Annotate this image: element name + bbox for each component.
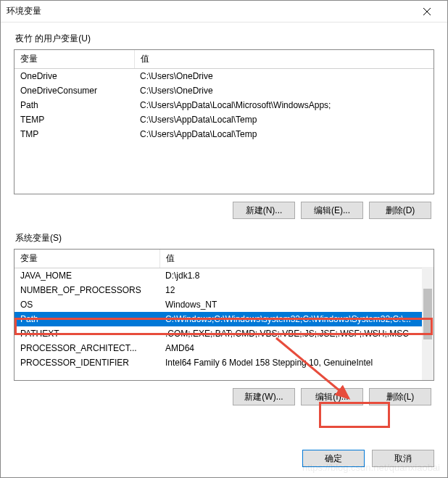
titlebar: 环境变量 [1,1,447,22]
table-row[interactable]: OSWindows_NT [14,297,434,312]
table-row[interactable]: PROCESSOR_IDENTIFIERIntel64 Family 6 Mod… [14,355,434,370]
table-row[interactable]: TEMPC:\Users\AppData\Local\Temp [14,112,434,127]
user-new-button[interactable]: 新建(N)... [233,202,295,219]
env-vars-dialog: 环境变量 夜竹 的用户变量(U) 变量 值 OneDriveC:\Users\O… [0,0,448,478]
cell-name: NUMBER_OF_PROCESSORS [14,283,159,297]
dialog-content: 夜竹 的用户变量(U) 变量 值 OneDriveC:\Users\OneDri… [1,22,447,429]
user-delete-button[interactable]: 删除(D) [369,202,431,219]
user-col-value[interactable]: 值 [134,50,434,69]
system-vars-section: 系统变量(S) 变量 值 JAVA_HOMED:\jdk1.8NUMBER_OF… [14,232,434,405]
cell-name: PROCESSOR_ARCHITECT... [14,341,159,355]
window-title: 环境变量 [7,5,412,17]
table-row[interactable]: PathC:\Users\AppData\Local\Microsoft\Win… [14,98,434,112]
user-vars-label: 夜竹 的用户变量(U) [14,33,434,45]
cell-name: TEMP [14,112,134,127]
table-row[interactable]: TMPC:\Users\AppData\Local\Temp [14,127,434,141]
close-button[interactable] [412,1,441,22]
dialog-buttons: 确定 取消 [302,450,434,467]
cell-name: Path [14,312,159,326]
cancel-button[interactable]: 取消 [372,450,434,467]
user-col-name[interactable]: 变量 [14,50,134,69]
sys-col-name[interactable]: 变量 [14,250,159,268]
cell-value: D:\jdk1.8 [159,268,434,284]
cell-name: Path [14,98,134,112]
table-row[interactable]: PATHEXT.COM;.EXE;.BAT;.CMD;.VBS;.VBE;.JS… [14,326,434,341]
user-vars-buttons: 新建(N)... 编辑(E)... 删除(D) [14,202,434,219]
cell-value: .COM;.EXE;.BAT;.CMD;.VBS;.VBE;.JS;.JSE;.… [159,326,434,341]
cell-value: C:\Users\OneDrive [134,83,434,98]
ok-button[interactable]: 确定 [302,450,365,467]
cell-value: C:\Users\AppData\Local\Temp [134,127,434,141]
system-vars-table[interactable]: 变量 值 JAVA_HOMED:\jdk1.8NUMBER_OF_PROCESS… [14,250,434,370]
cell-value: AMD64 [159,341,434,355]
cell-value: 12 [159,283,434,297]
sys-scrollbar[interactable] [422,267,434,380]
sys-col-value[interactable]: 值 [159,250,434,268]
cell-name: OneDrive [14,69,134,84]
table-row[interactable]: NUMBER_OF_PROCESSORS12 [14,283,434,297]
system-vars-table-wrap: 变量 值 JAVA_HOMED:\jdk1.8NUMBER_OF_PROCESS… [14,249,434,381]
cell-name: PATHEXT [14,326,159,341]
table-row[interactable]: OneDriveC:\Users\OneDrive [14,69,434,84]
system-vars-label: 系统变量(S) [14,232,434,244]
cell-name: OneDriveConsumer [14,83,134,98]
cell-value: C:\Users\AppData\Local\Temp [134,112,434,127]
cell-value: Windows_NT [159,297,434,312]
sys-edit-button[interactable]: 编辑(I)... [301,388,363,405]
close-icon [423,8,431,15]
table-row[interactable]: PathC:\Windows;C:\Windows\system32;C:\Wi… [14,312,434,326]
cell-value: Intel64 Family 6 Model 158 Stepping 10, … [159,355,434,370]
cell-value: C:\Users\OneDrive [134,69,434,84]
user-edit-button[interactable]: 编辑(E)... [301,202,363,219]
user-vars-section: 夜竹 的用户变量(U) 变量 值 OneDriveC:\Users\OneDri… [14,33,434,219]
cell-name: TMP [14,127,134,141]
system-vars-buttons: 新建(W)... 编辑(I)... 删除(L) [14,388,434,405]
user-vars-table-wrap: 变量 值 OneDriveC:\Users\OneDriveOneDriveCo… [14,49,434,194]
table-row[interactable]: JAVA_HOMED:\jdk1.8 [14,268,434,284]
cell-value: C:\Users\AppData\Local\Microsoft\Windows… [134,98,434,112]
sys-new-button[interactable]: 新建(W)... [233,388,295,405]
cell-name: JAVA_HOME [14,268,159,284]
cell-name: OS [14,297,159,312]
cell-name: PROCESSOR_IDENTIFIER [14,355,159,370]
cell-value: C:\Windows;C:\Windows\system32;C:\Window… [159,312,434,326]
table-row[interactable]: OneDriveConsumerC:\Users\OneDrive [14,83,434,98]
sys-delete-button[interactable]: 删除(L) [369,388,431,405]
table-row[interactable]: PROCESSOR_ARCHITECT...AMD64 [14,341,434,355]
user-vars-table[interactable]: 变量 值 OneDriveC:\Users\OneDriveOneDriveCo… [14,50,434,141]
sys-scrollbar-thumb[interactable] [423,289,432,339]
